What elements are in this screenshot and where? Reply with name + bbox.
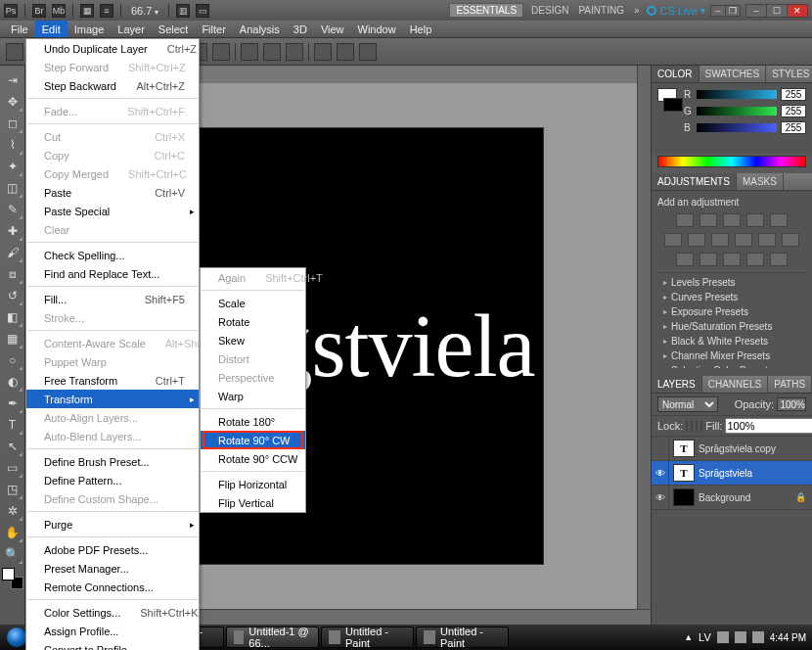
wand-tool[interactable]: ✦ [2,156,23,177]
menu-file[interactable]: File [4,21,35,37]
distribute-icon[interactable] [241,43,258,61]
preset-item[interactable]: Selective Color Presets [657,363,806,368]
lock-transparent-icon[interactable] [686,420,688,432]
menu-item[interactable]: Transform [26,390,199,408]
menu-item[interactable]: Fill...Shift+F5 [26,290,199,308]
panel-tab[interactable]: COLOR [652,66,699,82]
3d-camera-tool[interactable]: ✲ [2,500,23,522]
layer-row[interactable]: 👁Background🔒 [652,486,812,510]
tray-chevron-icon[interactable]: ▲ [684,632,693,642]
distribute-icon[interactable] [263,43,281,61]
menu-edit[interactable]: Edit [35,21,68,37]
distribute-icon[interactable] [359,43,377,61]
blur-tool[interactable]: ○ [2,349,23,371]
g-slider[interactable] [697,107,777,116]
preset-item[interactable]: Black & White Presets [657,334,806,348]
tray-lang[interactable]: LV [699,631,711,643]
workspace-essentials[interactable]: ESSENTIALS [449,3,523,18]
taskbar-button[interactable]: Untitled - Paint [321,627,414,648]
menu-item[interactable]: Paste Special [26,202,199,220]
menu-item[interactable]: Free TransformCtrl+T [26,371,199,390]
menu-analysis[interactable]: Analysis [233,21,287,37]
layer-visibility-icon[interactable]: 👁 [652,486,669,509]
menu-3d[interactable]: 3D [287,21,314,37]
menu-item[interactable]: Assign Profile... [26,622,199,640]
panel-tab[interactable]: PATHS [768,376,812,393]
preset-item[interactable]: Levels Presets [657,275,806,290]
menu-item[interactable]: Adobe PDF Presets... [26,540,199,559]
menu-select[interactable]: Select [152,21,196,37]
panel-dock-strip[interactable] [637,66,651,609]
distribute-icon[interactable] [286,43,303,61]
extras-icon[interactable]: ▦ [80,4,94,18]
background-swatch[interactable] [663,98,683,112]
menu-item[interactable]: Purge [26,515,199,534]
workspace-design[interactable]: DESIGN [529,4,570,17]
ps-restore-button[interactable]: ❐ [725,5,741,17]
layer-row[interactable]: 👁TSprāgstviela [652,461,812,486]
layer-name[interactable]: Sprāgstviela [699,468,812,479]
guides-icon[interactable]: ≡ [100,4,113,18]
workspace-painting[interactable]: PAINTING [576,4,625,17]
lock-pixels-icon[interactable] [691,420,693,432]
adj-icon[interactable] [782,233,799,247]
menu-item[interactable]: Remote Connections... [26,578,199,596]
dodge-tool[interactable]: ◐ [2,371,23,393]
distribute-icon[interactable] [337,43,354,61]
crop-tool[interactable]: ◫ [2,177,23,199]
menu-filter[interactable]: Filter [195,21,232,37]
menu-item[interactable]: Undo Duplicate LayerCtrl+Z [26,39,199,58]
adj-icon[interactable] [688,233,705,247]
adj-icon[interactable] [723,253,741,266]
layer-name[interactable]: Sprāgstviela copy [699,443,812,454]
tray-clock[interactable]: 4:44 PM [770,632,806,643]
menu-item[interactable]: Define Brush Preset... [26,452,199,471]
window-close-button[interactable]: ✕ [787,4,808,18]
bridge-icon[interactable]: Br [32,4,46,18]
collapse-icon[interactable]: ⇥ [2,70,23,91]
preset-item[interactable]: Hue/Saturation Presets [657,319,806,334]
3d-tool[interactable]: ◳ [2,479,23,500]
color-ramp[interactable] [657,156,806,167]
path-tool[interactable]: ↖ [2,436,23,457]
menu-item[interactable]: Rotate 90° CW [201,431,305,449]
opacity-input[interactable] [777,397,806,411]
r-slider[interactable] [697,90,777,99]
menu-item[interactable]: Rotate [201,312,305,331]
window-minimize-button[interactable]: – [745,4,767,18]
tray-icon[interactable] [752,631,764,643]
eraser-tool[interactable]: ◧ [2,306,23,328]
tray-icon[interactable] [735,631,746,643]
adj-icon[interactable] [676,213,694,227]
shape-tool[interactable]: ▭ [2,457,23,479]
menu-item[interactable]: Rotate 90° CCW [201,449,305,468]
hand-tool[interactable]: ✋ [2,522,23,543]
menu-item[interactable]: Skew [201,331,305,349]
eyedropper-tool[interactable]: ✎ [2,199,23,220]
adj-icon[interactable] [676,253,694,266]
minibridge-icon[interactable]: Mb [52,4,66,18]
b-slider[interactable] [697,123,777,132]
menu-image[interactable]: Image [68,21,112,37]
color-swatches[interactable] [2,568,23,589]
window-maximize-button[interactable]: ☐ [766,4,788,18]
align-icon[interactable] [212,43,230,61]
zoom-level[interactable]: 66.7 [128,5,161,17]
layer-visibility-icon[interactable]: 👁 [652,461,669,485]
type-tool[interactable]: T [2,414,23,436]
adj-icon[interactable] [746,213,764,227]
adj-icon[interactable] [758,233,776,247]
cs-live-button[interactable]: CS Live ▾ [647,5,705,17]
menu-item[interactable]: Step BackwardAlt+Ctrl+Z [26,76,199,95]
move-tool-preset-icon[interactable] [6,43,23,61]
zoom-tool[interactable]: 🔍 [2,543,23,565]
layer-visibility-icon[interactable] [652,437,669,460]
panel-tab[interactable]: ADJUSTMENTS [652,173,737,190]
distribute-icon[interactable] [314,43,332,61]
panel-tab[interactable]: MASKS [737,173,784,190]
marquee-tool[interactable]: ◻ [2,113,23,134]
menu-window[interactable]: Window [351,21,403,37]
heal-tool[interactable]: ✚ [2,220,23,242]
menu-view[interactable]: View [314,21,351,37]
gradient-tool[interactable]: ▦ [2,328,23,349]
